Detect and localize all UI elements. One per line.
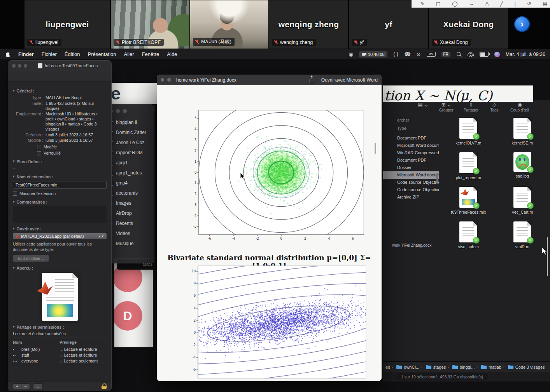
breadcrumb-item[interactable]: eit [385,365,390,369]
perm-privilege[interactable]: Lecture et écriture [60,353,97,357]
code-brackets-icon[interactable]: ⟨ ⟩ [393,51,399,57]
filename-field[interactable]: Test09ThreeFaces.mlx [13,181,107,189]
share-icon[interactable]: ⇧ Partager [464,102,478,112]
info-window-titlebar[interactable]: Infos sur Test09ThreeFaces.... [8,61,111,71]
comments-box[interactable] [13,206,107,223]
checkbox[interactable] [37,151,41,155]
remove-button[interactable]: − [21,384,29,389]
add-button[interactable]: + [13,384,21,389]
breadcrumb-item[interactable]: bingqi... [447,365,475,369]
pen-icon[interactable]: ✎ [420,0,425,8]
section-preview[interactable]: ▾ Aperçu : [13,266,107,270]
kernelSE.m[interactable]: ✓ kernelSE.m [496,118,550,145]
close-icon[interactable] [12,64,16,68]
vraiR.m[interactable]: ✓ vraiR.m [496,221,550,249]
tags-icon[interactable]: ◇ Tags [489,102,500,112]
open-with-word-button[interactable]: Ouvrir avec Microsoft Word [321,77,378,83]
next-participants-button[interactable]: › [514,16,530,32]
type-row[interactable]: Code source Objective-C [383,186,439,193]
battery-percent-icon[interactable]: 85 [427,52,436,57]
section-comments[interactable]: ▾ Commentaires : [13,200,107,204]
Vec_Cart.m[interactable]: ✓ Vec_Cart.m [496,187,550,214]
breadcrumb-item[interactable]: Code 3 visages [503,365,545,369]
text-icon[interactable]: A [485,0,489,8]
menu-item[interactable]: Édition [65,51,80,57]
type-row[interactable]: Document PDF [383,134,439,142]
sad.jpg[interactable]: ✓ sad.jpg [496,152,550,180]
staff[interactable]: ●● staff Lecture et écriture [13,352,107,358]
share-icon[interactable] [310,78,315,83]
Piotr BREITKOPF[interactable]: Piotr BREITKOPF Piotr BREITKOPF [111,0,189,49]
do-not-disturb-icon[interactable]: ⊘ [417,51,421,57]
menu-item[interactable]: Fenêtre [142,51,159,57]
phone-icon[interactable]: ☎ [404,51,410,57]
section-sharing[interactable]: ▾ Partage et permissions : [13,325,107,329]
menubar-clock[interactable]: Mar. 4 juil. à 09:26 [506,52,545,57]
checkbox[interactable] [13,192,17,196]
menu-item[interactable]: Finder [18,51,34,57]
kernelOLVP.m[interactable]: ✓ kernelOLVP.m [441,118,496,145]
menu-item[interactable]: Présentation [88,51,116,57]
checkbox-row[interactable]: Modèle [37,145,107,149]
undo-icon[interactable]: ↺ [527,0,531,8]
keyboard-input-icon[interactable]: FR [441,52,450,57]
breadcrumb-item[interactable]: stages [421,365,446,369]
column-scrollbar[interactable] [436,173,438,183]
breit (Moi)[interactable]: ● breit (Moi) Lecture et écriture [13,346,107,352]
minimize-icon[interactable] [18,64,21,68]
apple-logo-icon[interactable] [5,52,11,57]
right-edge-scrollbar[interactable] [547,237,548,276]
section-name-extension[interactable]: ▾ Nom et extension : [13,174,107,179]
liupengwei[interactable]: liupengwei liupengwei [25,0,110,49]
visu_sph.m[interactable]: ✓ visu_sph.m [441,221,496,249]
checkbox[interactable] [37,145,41,149]
type-row[interactable]: Archive ZIP [383,193,439,201]
type-row[interactable]: Microsoft Word documen [383,171,439,179]
close-icon[interactable] [161,78,164,82]
actions-dropdown[interactable]: ⌄ [33,383,43,389]
add-remove-control[interactable]: +− [13,383,30,389]
t09ThreeFaces.mlx[interactable]: ✓ t09ThreeFaces.mlx [441,187,496,214]
quicklook-titlebar[interactable]: home work YiFei Zhang.docx Ouvrir avec M… [157,75,382,85]
everyone[interactable]: ●●● everyone Lecture seulement [13,358,107,364]
breadcrumb-item[interactable]: matlab [476,365,501,369]
menu-item[interactable]: Aller [124,51,134,57]
scrollbar[interactable] [375,143,376,154]
open-with-select[interactable]: MATLAB_R2023a.app (par défaut) ▲▼ [13,233,107,239]
section-general[interactable]: ▾ Général : [13,89,107,93]
list-view-icon[interactable]: ▤ ⌄ [417,102,429,108]
highlighter-icon[interactable]: ╱ [500,0,503,8]
battery-icon[interactable] [480,52,489,57]
type-row[interactable]: WinRAR Compressed Arc [383,149,439,157]
wenqing zheng[interactable]: wenqing zheng wenqing zheng [269,0,348,49]
screen-recording-badge[interactable]: 10:40:08 [359,51,387,57]
breadcrumb-item[interactable]: ownCl... [392,365,419,369]
zoom-icon[interactable] [167,78,171,82]
record-icon[interactable]: ◉ [349,51,353,57]
lock-icon[interactable] [102,383,107,389]
checkbox-row[interactable]: Verrouillé [37,151,107,155]
change-all-button[interactable]: Tout modifier… [13,255,49,262]
Ma Jun (马骏)[interactable]: Ma Jun (马骏) Ma Jun (马骏) [190,0,268,49]
siri-icon[interactable] [494,52,500,57]
menu-item[interactable]: Aide [167,51,177,57]
wifi-icon[interactable] [468,52,474,57]
group-icon[interactable]: ⊞ ⌄ Grouper [439,102,454,112]
quicklook-eye-icon[interactable]: ◉ Coup d'œil [510,102,529,112]
spotlight-search-icon[interactable] [456,52,462,57]
plot_repere.m[interactable]: ✓ plot_repere.m [441,152,496,180]
ellipse-icon[interactable]: ◯ [452,0,458,8]
section-open-with[interactable]: ▾ Ouvrir avec : [13,226,107,231]
menu-item[interactable]: Fichier [42,51,57,57]
arrow-icon[interactable]: → [469,0,474,8]
hide-extension-row[interactable]: Masquer l'extension [13,191,107,196]
save-icon[interactable]: ▤ [543,0,547,8]
type-row[interactable]: Microsoft Word documen [383,142,439,149]
zoom-icon[interactable] [24,64,27,68]
type-row[interactable]: Document PDF [383,157,439,164]
divider[interactable]: | [515,0,516,8]
type-row[interactable]: Code source Objective-C [383,179,439,186]
section-more-info[interactable]: ▾ Plus d'infos : [13,159,107,164]
type-row[interactable]: Dossier [383,164,439,171]
perm-privilege[interactable]: Lecture seulement [60,359,98,363]
